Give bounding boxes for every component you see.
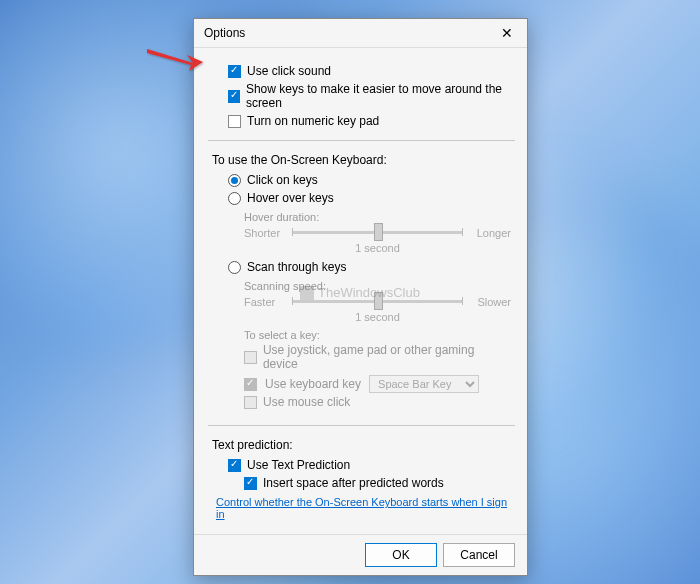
scan-through-keys-label: Scan through keys [247,260,346,274]
close-button[interactable]: ✕ [497,25,517,41]
use-mouse-click-checkbox [244,396,257,409]
slider-thumb[interactable] [374,223,383,241]
use-click-sound-checkbox[interactable] [228,65,241,78]
keyboard-key-select: Space Bar Key [369,375,479,393]
numeric-keypad-label: Turn on numeric key pad [247,114,379,128]
hover-duration-label: Hover duration: [244,211,511,223]
scan-speed-slider[interactable] [292,300,463,303]
select-key-label: To select a key: [244,329,511,341]
options-dialog: Options ✕ Use click sound Show keys to m… [193,18,528,576]
scan-value-label: 1 second [244,311,511,323]
use-click-sound-label: Use click sound [247,64,331,78]
use-mouse-click-label: Use mouse click [263,395,350,409]
use-keyboard-key-label: Use keyboard key [265,377,361,391]
hover-over-keys-radio[interactable] [228,192,241,205]
titlebar: Options ✕ [194,19,527,48]
close-icon: ✕ [501,25,513,41]
insert-space-label: Insert space after predicted words [263,476,444,490]
scan-speed-label: Scanning speed: [244,280,511,292]
button-row: OK Cancel [194,534,527,575]
cancel-button[interactable]: Cancel [443,543,515,567]
dialog-title: Options [204,26,245,40]
hover-min-label: Shorter [244,227,284,239]
use-text-prediction-checkbox[interactable] [228,459,241,472]
show-keys-checkbox[interactable] [228,90,240,103]
use-joystick-label: Use joystick, game pad or other gaming d… [263,343,511,371]
insert-space-checkbox[interactable] [244,477,257,490]
hover-over-keys-label: Hover over keys [247,191,334,205]
scan-through-keys-radio[interactable] [228,261,241,274]
ok-button[interactable]: OK [365,543,437,567]
use-joystick-checkbox [244,351,257,364]
use-keyboard-key-checkbox [244,378,257,391]
keyboard-section-heading: To use the On-Screen Keyboard: [212,153,511,167]
text-prediction-heading: Text prediction: [212,438,511,452]
hover-max-label: Longer [471,227,511,239]
click-on-keys-label: Click on keys [247,173,318,187]
hover-duration-slider[interactable] [292,231,463,234]
scan-min-label: Faster [244,296,284,308]
pointer-arrow [145,45,205,76]
slider-thumb[interactable] [374,292,383,310]
scan-max-label: Slower [471,296,511,308]
hover-value-label: 1 second [244,242,511,254]
show-keys-label: Show keys to make it easier to move arou… [246,82,511,110]
control-startup-link[interactable]: Control whether the On-Screen Keyboard s… [216,496,511,520]
click-on-keys-radio[interactable] [228,174,241,187]
numeric-keypad-checkbox[interactable] [228,115,241,128]
use-text-prediction-label: Use Text Prediction [247,458,350,472]
